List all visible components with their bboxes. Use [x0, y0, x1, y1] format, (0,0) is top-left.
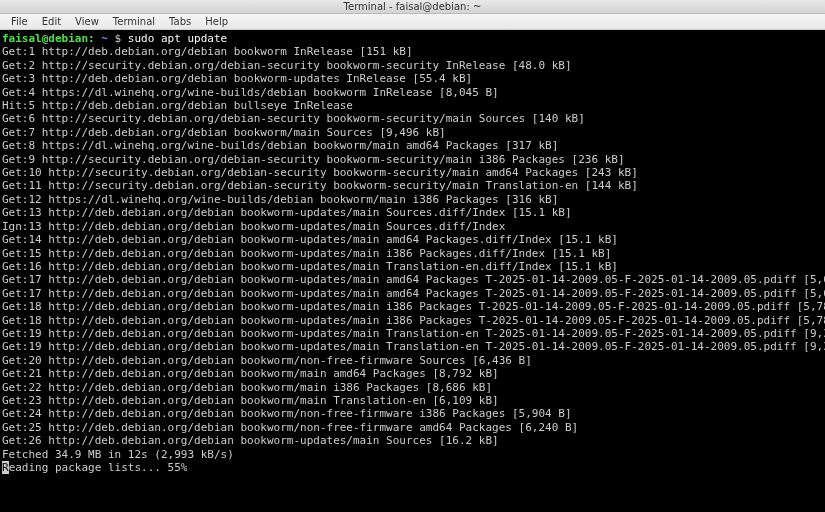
menu-edit[interactable]: Edit	[35, 14, 68, 29]
output-line: Get:16 http://deb.debian.org/debian book…	[2, 260, 825, 273]
terminal-viewport[interactable]: faisal@debian: ~ $ sudo apt update Get:1…	[0, 30, 825, 512]
output-line: Get:11 http://security.debian.org/debian…	[2, 179, 825, 192]
output-line: Get:19 http://deb.debian.org/debian book…	[2, 340, 825, 353]
output-line: Get:19 http://deb.debian.org/debian book…	[2, 327, 825, 340]
menubar: File Edit View Terminal Tabs Help	[0, 14, 825, 30]
prompt-user-host: faisal@debian:	[2, 32, 95, 45]
output-line: Hit:5 http://deb.debian.org/debian bulls…	[2, 99, 825, 112]
window-titlebar: Terminal - faisal@debian: ~	[0, 0, 825, 14]
cursor: R	[2, 461, 9, 474]
output-line: Get:10 http://security.debian.org/debian…	[2, 166, 825, 179]
output-line: Get:2 http://security.debian.org/debian-…	[2, 59, 825, 72]
output-line: Get:9 http://security.debian.org/debian-…	[2, 153, 825, 166]
output-line: Get:15 http://deb.debian.org/debian book…	[2, 247, 825, 260]
menu-view[interactable]: View	[68, 14, 106, 29]
output-line: Get:14 http://deb.debian.org/debian book…	[2, 233, 825, 246]
output-line: Get:20 http://deb.debian.org/debian book…	[2, 354, 825, 367]
status-line-rest: eading package lists... 55%	[9, 461, 188, 474]
menu-tabs[interactable]: Tabs	[162, 14, 198, 29]
prompt-symbol: $	[115, 32, 122, 45]
prompt-path: ~	[101, 32, 108, 45]
output-line: Get:21 http://deb.debian.org/debian book…	[2, 367, 825, 380]
output-line: Get:4 https://dl.winehq.org/wine-builds/…	[2, 86, 825, 99]
typed-command: sudo apt update	[128, 32, 227, 45]
menu-file[interactable]: File	[4, 14, 35, 29]
window-title: Terminal - faisal@debian: ~	[344, 1, 482, 12]
output-line: Get:24 http://deb.debian.org/debian book…	[2, 407, 825, 420]
output-line: Get:13 http://deb.debian.org/debian book…	[2, 206, 825, 219]
output-line: Ign:13 http://deb.debian.org/debian book…	[2, 220, 825, 233]
output-line: Get:17 http://deb.debian.org/debian book…	[2, 273, 825, 286]
output-line: Get:22 http://deb.debian.org/debian book…	[2, 381, 825, 394]
output-line: Fetched 34.9 MB in 12s (2,993 kB/s)	[2, 448, 825, 461]
output-line: Get:12 https://dl.winehq.org/wine-builds…	[2, 193, 825, 206]
output-line: Get:18 http://deb.debian.org/debian book…	[2, 314, 825, 327]
output-line: Get:8 https://dl.winehq.org/wine-builds/…	[2, 139, 825, 152]
menu-help[interactable]: Help	[198, 14, 235, 29]
output-line: Get:17 http://deb.debian.org/debian book…	[2, 287, 825, 300]
output-line: Get:1 http://deb.debian.org/debian bookw…	[2, 45, 825, 58]
output-line: Get:26 http://deb.debian.org/debian book…	[2, 434, 825, 447]
output-line: Get:18 http://deb.debian.org/debian book…	[2, 300, 825, 313]
output-line: Get:23 http://deb.debian.org/debian book…	[2, 394, 825, 407]
menu-terminal[interactable]: Terminal	[106, 14, 162, 29]
output-line: Get:3 http://deb.debian.org/debian bookw…	[2, 72, 825, 85]
output-line: Get:7 http://deb.debian.org/debian bookw…	[2, 126, 825, 139]
output-line: Get:6 http://security.debian.org/debian-…	[2, 112, 825, 125]
output-line: Get:25 http://deb.debian.org/debian book…	[2, 421, 825, 434]
